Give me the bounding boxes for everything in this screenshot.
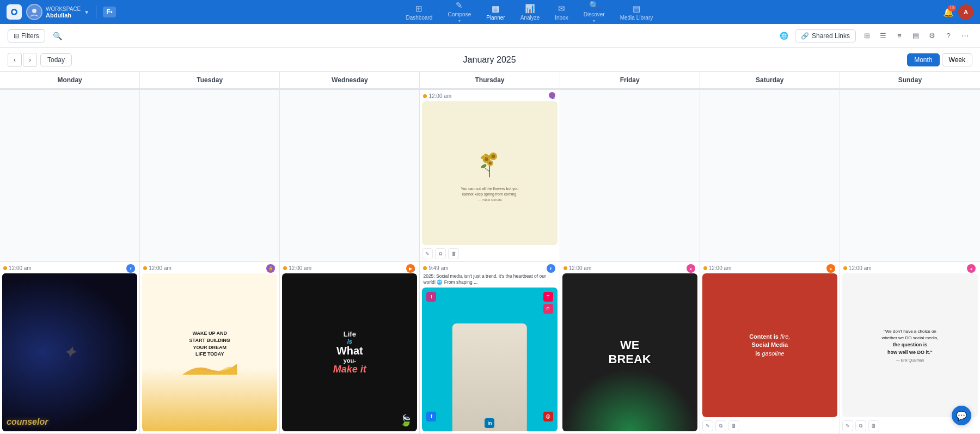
more-button[interactable]: ⋯ <box>957 28 972 44</box>
today-button[interactable]: Today <box>40 53 72 66</box>
post-actions-11: ✎ ⧉ 🗑 <box>700 419 840 433</box>
edit-post-button[interactable]: ✎ <box>422 248 433 259</box>
workspace-label: WORKSPACE <box>46 6 81 12</box>
settings-button[interactable]: ⚙ <box>924 28 940 44</box>
post-caption-9: 2025: Social media isn't just a trend, i… <box>420 272 559 288</box>
life-word: Life <box>344 330 356 338</box>
nav-dashboard[interactable]: ⊞ Dashboard <box>406 4 432 21</box>
help-button[interactable]: ? <box>941 28 956 44</box>
user-avatar[interactable]: A <box>958 4 973 20</box>
post-time-10: 12:00 am <box>560 262 700 272</box>
post-image-10[interactable]: WEBREAK <box>562 273 697 431</box>
post-time-11: 12:00 am <box>700 262 840 272</box>
svg-point-6 <box>481 163 487 169</box>
edit-post-11-button[interactable]: ✎ <box>702 420 713 431</box>
post-badge-12: ● <box>967 264 976 273</box>
is-word: is <box>347 338 352 345</box>
brand-icon[interactable]: F• <box>103 7 116 17</box>
day-cell-empty-2[interactable] <box>140 90 280 262</box>
shared-links-label: Shared Links <box>812 32 850 40</box>
header-friday: Friday <box>560 72 700 89</box>
calendar-navigation: ‹ › Today January 2025 Month Week <box>0 48 980 72</box>
post-image-7[interactable]: WAKE UP ANDSTART BUILDINGYOUR DREAMLIFE … <box>142 273 277 431</box>
nav-discover[interactable]: 🔍 Discover ▾ <box>584 1 605 23</box>
time-dot-10 <box>564 266 567 270</box>
edit-post-12-button[interactable]: ✎ <box>842 420 853 431</box>
day-cell-7[interactable]: 7 🔒 12:00 am WAKE UP ANDSTART BUILDINGYO… <box>140 262 280 434</box>
nav-analyze[interactable]: 📊 Analyze <box>520 4 540 21</box>
svg-point-2 <box>13 10 16 14</box>
gasoline-italic: gasoline <box>762 350 784 357</box>
post-time-8: 12:00 am <box>280 262 419 272</box>
nav-inbox[interactable]: ✉ Inbox <box>555 4 568 21</box>
chevron-down-icon: ▼ <box>84 9 89 15</box>
compose-icon: ✎ <box>456 1 463 10</box>
social-icons-right: T P <box>543 292 553 314</box>
duplicate-post-11-button[interactable]: ⧉ <box>715 420 726 431</box>
delete-post-button[interactable]: 🗑 <box>448 248 459 259</box>
notifications-button[interactable]: 🔔 13 <box>943 7 954 17</box>
list-view-button[interactable]: ☰ <box>875 28 891 44</box>
day-cell-empty-4[interactable] <box>560 90 700 262</box>
svg-point-12 <box>489 162 492 165</box>
prev-button[interactable]: ‹ <box>8 53 22 67</box>
day-cell-empty-3[interactable] <box>280 90 420 262</box>
day-cell-11[interactable]: 11 ● 12:00 am Content is fire, Social Me… <box>700 262 840 434</box>
we-break-text: WEBREAK <box>609 338 651 367</box>
post-image-flower[interactable]: You can cut all the flowers but youcanno… <box>422 101 557 245</box>
delete-post-12-button[interactable]: 🗑 <box>868 420 879 431</box>
compact-view-button[interactable]: ≡ <box>892 28 907 44</box>
post-image-6[interactable]: ✦ counselor <box>2 273 137 431</box>
workspace-selector[interactable]: WORKSPACE Abdullah ▼ <box>26 4 89 20</box>
header-thursday: Thursday <box>420 72 560 89</box>
tiktok-icon: T <box>543 292 553 302</box>
quote-content: "We don't have a choice onwhether we DO … <box>842 273 978 417</box>
filters-button[interactable]: ⊟ Filters <box>8 29 45 42</box>
day-cell-8[interactable]: 8 ▶ 12:00 am Life is What you- Make it 🍃 <box>280 262 420 434</box>
post-time-7: 12:00 am <box>140 262 279 272</box>
post-badge-10: ● <box>687 264 695 273</box>
globe-button[interactable]: 🌐 <box>776 28 792 44</box>
nav-analyze-label: Analyze <box>520 15 540 21</box>
delete-post-11-button[interactable]: 🗑 <box>728 420 739 431</box>
next-button[interactable]: › <box>23 53 37 67</box>
day-cell-empty-6[interactable] <box>840 90 980 262</box>
workspace-name: Abdullah <box>46 12 81 19</box>
app-logo[interactable] <box>7 4 22 20</box>
post-image-9[interactable]: T P I f @ in <box>422 288 557 431</box>
view-toggle: Month Week <box>907 53 972 66</box>
nav-compose-label: Compose <box>448 11 471 17</box>
week-view-button[interactable]: Week <box>942 53 972 66</box>
nav-media-library[interactable]: ▤ Media Library <box>620 4 653 21</box>
chat-button[interactable]: 💬 <box>952 406 971 425</box>
wake-text: WAKE UP ANDSTART BUILDINGYOUR DREAMLIFE … <box>189 330 230 357</box>
life-text: Life is What you- Make it <box>333 330 366 375</box>
view-toggle-icons: ⊞ ☰ ≡ ▤ ⚙ ? ⋯ <box>859 28 972 44</box>
duplicate-post-12-button[interactable]: ⧉ <box>855 420 866 431</box>
duplicate-post-button[interactable]: ⧉ <box>435 248 446 259</box>
nav-planner[interactable]: ▦ Planner <box>486 4 505 21</box>
timeline-view-button[interactable]: ▤ <box>908 28 923 44</box>
search-icon: 🔍 <box>53 32 62 40</box>
nav-compose[interactable]: ✎ Compose ▾ <box>448 1 471 23</box>
day-cell-empty-1[interactable] <box>0 90 140 262</box>
day-cell-6[interactable]: 6 f 12:00 am ✦ counselor <box>0 262 140 434</box>
day-cell-10[interactable]: 10 ● 12:00 am WEBREAK <box>560 262 700 434</box>
flower-content: You can cut all the flowers but youcanno… <box>422 101 557 245</box>
calendar-body: Monday Tuesday Wednesday Thursday Friday… <box>0 72 980 434</box>
flower-quote-text: You can cut all the flowers but youcanno… <box>461 186 519 197</box>
toolbar-right: 🌐 🔗 Shared Links ⊞ ☰ ≡ ▤ ⚙ ? ⋯ <box>776 28 972 44</box>
nav-planner-label: Planner <box>486 15 505 21</box>
post-image-11[interactable]: Content is fire, Social Media is gasolin… <box>702 273 837 417</box>
day-cell-9[interactable]: 9 f 9:49 am 2025: Social media isn't jus… <box>420 262 560 434</box>
month-view-button[interactable]: Month <box>907 53 939 66</box>
day-cell-2[interactable]: 2 12:00 am <box>420 90 560 262</box>
grid-view-button[interactable]: ⊞ <box>859 28 874 44</box>
social-content: T P I f @ in <box>422 288 557 431</box>
shared-links-button[interactable]: 🔗 Shared Links <box>795 29 856 42</box>
workspace-avatar <box>26 4 42 20</box>
search-button[interactable]: 🔍 <box>50 28 66 44</box>
day-cell-empty-5[interactable] <box>700 90 840 262</box>
post-image-12[interactable]: "We don't have a choice onwhether we DO … <box>842 273 978 417</box>
post-image-8[interactable]: Life is What you- Make it 🍃 <box>282 273 417 431</box>
